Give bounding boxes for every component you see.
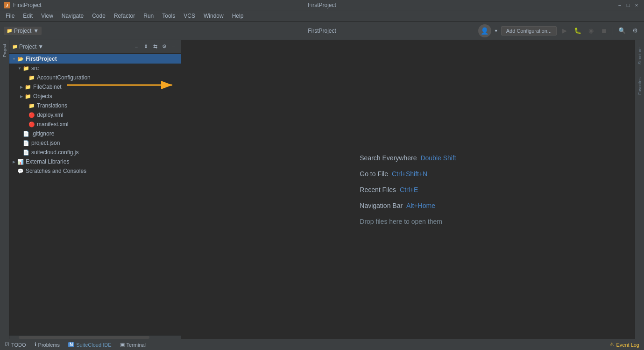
navbar-label: Navigation Bar xyxy=(360,202,403,209)
stop-button[interactable]: ◼ xyxy=(599,26,609,36)
panel-header-right: ≡ ⇕ ⇆ ⚙ − xyxy=(132,43,178,51)
debug-button[interactable]: 🐛 xyxy=(573,26,583,36)
close-button[interactable]: × xyxy=(633,1,640,9)
tree-scrollbar[interactable] xyxy=(9,335,181,339)
run-button[interactable]: ▶ xyxy=(559,26,570,36)
root-expand-arrow: ▼ xyxy=(11,56,17,62)
project-label: Project xyxy=(14,28,31,34)
objects-icon: 📁 xyxy=(24,93,32,100)
tree-scratches-label: Scratches and Consoles xyxy=(26,168,86,174)
tree-view: ▼ 📂 FirstProject ▼ 📁 src ▶ 📁 AccountConf… xyxy=(9,53,181,335)
menu-refactor[interactable]: Refactor xyxy=(110,12,139,20)
gitignore-icon: 📄 xyxy=(22,130,30,137)
terminal-status[interactable]: ▣ Terminal xyxy=(118,342,148,348)
goto-file-label: Go to File xyxy=(360,170,388,178)
menu-file[interactable]: File xyxy=(2,12,18,20)
tree-external-label: External Libraries xyxy=(26,158,69,165)
menu-help[interactable]: Help xyxy=(228,12,248,20)
favorites-tab[interactable]: Favorites xyxy=(636,72,644,100)
project-view-tab[interactable]: Project xyxy=(0,42,9,59)
project-json-icon: 📄 xyxy=(22,139,30,147)
expand-all-button[interactable]: ⇕ xyxy=(142,43,150,51)
project-dropdown-arrow: ▼ xyxy=(33,28,39,34)
root-folder-icon: 📂 xyxy=(17,55,24,63)
menu-code[interactable]: Code xyxy=(88,12,109,20)
collapse-all-button[interactable]: ≡ xyxy=(132,43,141,51)
todo-status[interactable]: ☑ TODO xyxy=(3,342,28,348)
title-bar-right: − □ × xyxy=(616,1,640,9)
menu-bar: File Edit View Navigate Code Refactor Ru… xyxy=(0,10,644,21)
tree-filecabinet-label: FileCabinet xyxy=(33,84,62,90)
avatar-dropdown[interactable]: ▼ xyxy=(494,29,498,33)
tree-objects[interactable]: ▶ 📁 Objects xyxy=(9,92,181,101)
tree-account-config-label: AccountConfiguration xyxy=(37,74,91,81)
title-bar-app-name: FirstProject xyxy=(13,2,42,8)
tree-gitignore[interactable]: ▶ 📄 .gitignore xyxy=(9,129,181,138)
tree-deploy-xml[interactable]: ▶ 🔴 deploy.xml xyxy=(9,110,181,120)
menu-navigate[interactable]: Navigate xyxy=(58,12,87,20)
problems-status[interactable]: ℹ Problems xyxy=(33,342,62,348)
tree-suitecloud-label: suitecloud.config.js xyxy=(31,149,78,156)
terminal-icon: ▣ xyxy=(120,342,125,348)
src-folder-icon: 📁 xyxy=(22,64,30,72)
suitecloud-label: SuiteCloud IDE xyxy=(76,342,111,348)
menu-vcs[interactable]: VCS xyxy=(180,12,199,20)
tree-root-firstproject[interactable]: ▼ 📂 FirstProject xyxy=(9,54,181,64)
menu-run[interactable]: Run xyxy=(140,12,157,20)
menu-edit[interactable]: Edit xyxy=(19,12,36,20)
translations-arrow: ▶ xyxy=(22,103,28,108)
search-everywhere-button[interactable]: 🔍 xyxy=(617,26,627,36)
menu-tools[interactable]: Tools xyxy=(158,12,179,20)
project-dropdown[interactable]: 📁 Project ▼ xyxy=(4,27,42,35)
structure-tab[interactable]: Structure xyxy=(636,42,644,70)
tree-translations[interactable]: ▶ 📁 Translations xyxy=(9,101,181,110)
filecabinet-icon: 📁 xyxy=(24,83,32,91)
avatar-button[interactable]: 👤 xyxy=(478,24,491,37)
deploy-xml-icon: 🔴 xyxy=(28,111,35,119)
menu-view[interactable]: View xyxy=(37,12,57,20)
minimize-button[interactable]: − xyxy=(616,1,623,9)
suitecloud-status[interactable]: N SuiteCloud IDE xyxy=(66,342,113,348)
editor-area: Search Everywhere Double Shift Go to Fil… xyxy=(181,40,635,339)
event-log-status[interactable]: ⚠ Event Log xyxy=(608,342,641,348)
tree-suitecloud-config[interactable]: ▶ 📄 suitecloud.config.js xyxy=(9,148,181,157)
filecabinet-arrow: ▶ xyxy=(19,84,24,90)
panel-dropdown-arrow: ▼ xyxy=(38,43,43,50)
toolbar-title: FirstProject xyxy=(308,28,336,34)
recent-files-label: Recent Files xyxy=(360,186,396,193)
panel-project-dropdown[interactable]: 📁 Project ▼ xyxy=(12,43,43,50)
n-label: N xyxy=(68,342,74,347)
coverage-button[interactable]: ◉ xyxy=(586,26,596,36)
recent-files-shortcut: Ctrl+E xyxy=(400,186,418,193)
tree-external-libraries[interactable]: ▶ 📊 External Libraries xyxy=(9,157,181,166)
hide-panel-button[interactable]: − xyxy=(170,43,178,51)
add-configuration-button[interactable]: Add Configuration... xyxy=(501,26,557,36)
settings-panel-button[interactable]: ⚙ xyxy=(160,43,169,51)
panel-header-left: 📁 Project ▼ xyxy=(12,43,43,50)
tree-manifest-xml[interactable]: ▶ 🔴 manifest.xml xyxy=(9,120,181,129)
manifest-xml-icon: 🔴 xyxy=(28,121,35,128)
toolbar-right: 👤 ▼ Add Configuration... ▶ 🐛 ◉ ◼ 🔍 ⚙ xyxy=(478,24,640,37)
settings-button[interactable]: ⚙ xyxy=(630,26,640,36)
maximize-button[interactable]: □ xyxy=(624,1,632,9)
goto-file-hint: Go to File Ctrl+Shift+N xyxy=(360,170,427,178)
tree-scratches-consoles[interactable]: ▶ 💬 Scratches and Consoles xyxy=(9,166,181,176)
tree-objects-label: Objects xyxy=(33,93,52,100)
search-everywhere-label: Search Everywhere xyxy=(360,154,417,162)
navbar-hint: Navigation Bar Alt+Home xyxy=(360,202,435,209)
toolbar-separator xyxy=(613,27,613,35)
menu-window[interactable]: Window xyxy=(200,12,227,20)
status-bar: ☑ TODO ℹ Problems N SuiteCloud IDE ▣ Ter… xyxy=(0,339,644,350)
scope-button[interactable]: ⇆ xyxy=(151,43,159,51)
navbar-shortcut: Alt+Home xyxy=(406,202,435,209)
welcome-content: Search Everywhere Double Shift Go to Fil… xyxy=(360,154,456,225)
tree-src[interactable]: ▼ 📁 src xyxy=(9,64,181,73)
tree-project-json[interactable]: ▶ 📄 project.json xyxy=(9,138,181,148)
objects-arrow: ▶ xyxy=(19,93,24,99)
title-bar-left: J FirstProject xyxy=(4,2,42,8)
src-expand-arrow: ▼ xyxy=(17,65,22,71)
status-bar-right: ⚠ Event Log xyxy=(608,342,641,348)
tree-gitignore-label: .gitignore xyxy=(31,130,54,137)
panel-header: 📁 Project ▼ ≡ ⇕ ⇆ ⚙ − xyxy=(9,40,181,53)
recent-files-hint: Recent Files Ctrl+E xyxy=(360,186,418,193)
